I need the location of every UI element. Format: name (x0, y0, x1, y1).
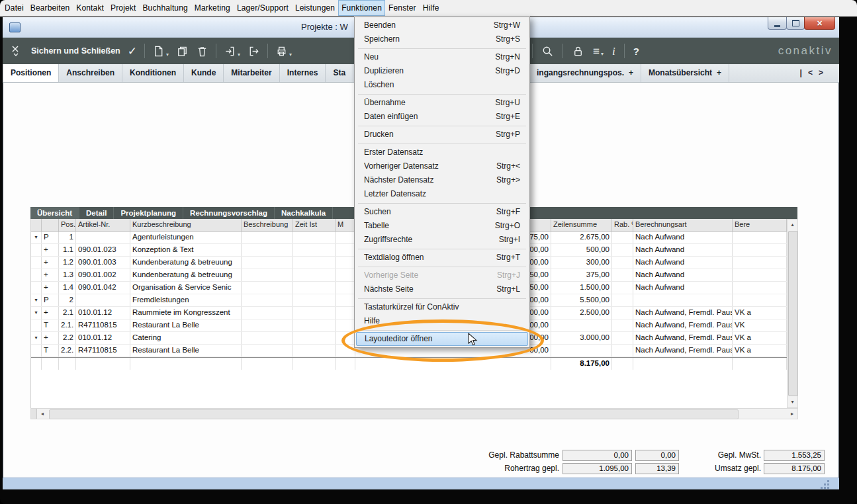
menubar-item[interactable]: Projekt (107, 0, 139, 16)
menu-item[interactable]: Tabelle Strg+O (355, 219, 529, 233)
new-record-button[interactable]: ▾ (152, 45, 169, 58)
tab[interactable]: Sta (326, 64, 353, 82)
menubar-item[interactable]: Fenster (385, 0, 420, 16)
h-scroll-thumb[interactable] (49, 409, 739, 419)
expand-icon[interactable] (31, 244, 42, 256)
expand-icon[interactable] (31, 319, 42, 331)
import-button[interactable]: ▾ (224, 45, 240, 58)
subtab[interactable]: Übersicht (30, 207, 79, 219)
header-kurzbeschreibung[interactable]: Kurzbeschreibung (130, 219, 242, 231)
header-m[interactable]: M (336, 219, 355, 231)
export-button[interactable] (248, 45, 260, 58)
menubar-item[interactable]: Buchhaltung (139, 0, 191, 16)
expand-icon[interactable] (31, 257, 42, 269)
tab[interactable]: Mitarbeiter (224, 64, 279, 82)
expand-icon[interactable] (31, 269, 42, 281)
menu-item[interactable]: Vorheriger Datensatz Strg+< (355, 159, 529, 173)
menubar-item[interactable]: Marketing (191, 0, 234, 16)
menubar-item[interactable]: Datei (1, 0, 27, 16)
save-button[interactable]: ✓ (128, 46, 137, 57)
menu-item[interactable]: Nächste Seite Strg+L (355, 282, 529, 296)
scrollbar-splitter[interactable] (31, 409, 37, 419)
header-zeit-ist[interactable]: Zeit Ist (293, 219, 336, 231)
toolbar-menu-button[interactable]: ≡ ▾ (593, 46, 604, 57)
tab-nav-prev[interactable]: < (808, 64, 813, 82)
menu-item[interactable]: Textdialog öffnen Strg+T (355, 251, 529, 265)
subtab[interactable]: Rechnungsvorschlag (183, 207, 275, 219)
search-button[interactable] (541, 45, 554, 58)
menu-item[interactable]: Löschen (355, 78, 529, 92)
window-controls: × (768, 17, 835, 30)
menu-item[interactable]: Tastaturkürzel für ConAktiv (355, 300, 529, 314)
menubar-item[interactable]: Funktionen (338, 0, 385, 16)
menubar-item[interactable]: Kontakt (73, 0, 107, 16)
tab-nav-next[interactable]: > (819, 64, 823, 82)
scroll-left-button[interactable]: ◂ (37, 409, 48, 419)
menu-item[interactable]: Letzter Datensatz (355, 187, 529, 201)
menubar-item[interactable]: Hilfe (420, 0, 443, 16)
tab[interactable]: Anschreiben (59, 64, 122, 82)
tab[interactable]: Monatsübersicht+ (641, 64, 729, 82)
subtab[interactable]: Detail (79, 207, 114, 219)
header-pos[interactable]: Pos. (59, 219, 76, 231)
tab[interactable]: Internes (280, 64, 326, 82)
duplicate-button[interactable] (176, 45, 189, 58)
close-button[interactable]: × (804, 17, 835, 30)
menu-item[interactable]: Übernahme Strg+U (355, 96, 529, 110)
lock-button[interactable] (572, 45, 584, 58)
maximize-button[interactable] (786, 17, 805, 30)
tab-label: Sta (333, 68, 345, 77)
caret-down-icon: ▾ (601, 52, 604, 57)
menu-item[interactable]: Beenden Strg+W (355, 19, 529, 32)
subtab[interactable]: Nachkalkula (275, 207, 333, 219)
expand-icon[interactable]: ▾ (31, 307, 42, 319)
info-button[interactable]: i (612, 46, 615, 57)
expand-icon[interactable]: ▾ (31, 294, 42, 306)
horizontal-scrollbar[interactable]: ◂ ▸ (30, 408, 798, 419)
scroll-down-button[interactable]: ▾ (788, 397, 797, 407)
header-bere[interactable]: Bere (733, 219, 787, 231)
header-beschreibung[interactable]: Beschreibung (242, 219, 293, 231)
tab[interactable]: Kunde (184, 64, 224, 82)
header-zeilensumme[interactable]: Zeilensumme (551, 219, 612, 231)
cell-beschreibung (242, 282, 293, 294)
print-button[interactable]: ▾ (275, 45, 292, 58)
minimize-button[interactable] (768, 17, 787, 30)
header-rabatt[interactable]: Rab. % (612, 219, 633, 231)
tab[interactable]: Konditionen (122, 64, 184, 82)
menubar-item[interactable]: Leistungen (292, 0, 338, 16)
expand-icon[interactable]: ▾ (31, 332, 42, 344)
menu-item[interactable]: Erster Datensatz (355, 146, 529, 159)
subtab[interactable]: Projektplanung (114, 207, 183, 219)
toolbar-separator (532, 44, 533, 58)
menu-item[interactable]: Vorherige Seite Strg+J (355, 269, 529, 282)
expand-icon[interactable] (31, 282, 42, 294)
cell-artikel: 090.01.042 (76, 282, 130, 294)
vertical-scrollbar[interactable]: ▴ ▾ (787, 219, 798, 408)
menu-item[interactable]: Zugriffsrechte Strg+I (355, 233, 529, 247)
menubar-item[interactable]: Lager/Support (234, 0, 292, 16)
annotation-ellipse (341, 319, 544, 362)
tab-nav-separator: | (800, 64, 802, 82)
menu-item[interactable]: Duplizieren Strg+D (355, 64, 529, 78)
menu-item[interactable]: Drucken Strg+P (355, 128, 529, 142)
expand-icon[interactable]: ▾ (31, 231, 42, 243)
delete-button[interactable] (196, 45, 208, 58)
header-artikel[interactable]: Artikel-Nr. (76, 219, 130, 231)
help-button[interactable]: ? (633, 46, 639, 56)
resize-grip[interactable] (827, 480, 829, 482)
v-scroll-thumb[interactable] (788, 231, 798, 396)
menu-item[interactable]: Daten einfügen Strg+E (355, 110, 529, 124)
menu-item[interactable]: Speichern Strg+S (355, 32, 529, 46)
menu-item[interactable]: Nächster Datensatz Strg+> (355, 173, 529, 187)
menu-item[interactable]: Suchen Strg+F (355, 205, 529, 219)
menubar-item[interactable]: Bearbeiten (27, 0, 73, 16)
save-and-close-button[interactable]: Sichern und Schließen (31, 46, 120, 56)
scroll-right-button[interactable]: ▸ (787, 409, 797, 419)
tab[interactable]: Positionen (3, 64, 59, 82)
expand-icon[interactable] (31, 345, 42, 357)
tab[interactable]: ingangsrechnungspos.+ (529, 64, 641, 82)
header-berechnungsart[interactable]: Berechnungsart (633, 219, 733, 231)
menu-item[interactable]: Neu Strg+N (355, 50, 529, 64)
scroll-up-button[interactable]: ▴ (788, 220, 797, 230)
